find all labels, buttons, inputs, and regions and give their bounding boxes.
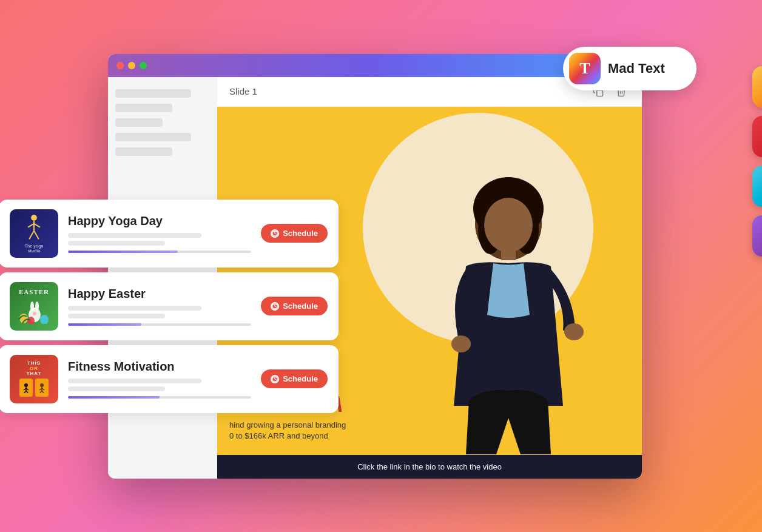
sidebar-item bbox=[115, 89, 191, 98]
svg-point-32 bbox=[40, 315, 49, 324]
mountain-app-icon[interactable] bbox=[752, 66, 762, 107]
svg-point-27 bbox=[30, 301, 34, 311]
svg-point-5 bbox=[484, 198, 533, 252]
font-app-icon[interactable]: ℱ bbox=[752, 116, 762, 157]
paint-app-icon[interactable] bbox=[752, 166, 762, 207]
schedule-card-easter: Easter bbox=[0, 272, 339, 340]
easter-schedule-button[interactable]: Schedule bbox=[261, 297, 328, 315]
yoga-progress-bar bbox=[68, 251, 251, 253]
schedule-card-yoga: The yogastudio Happy Yoga Day bbox=[0, 200, 339, 268]
fitness-card-lines bbox=[68, 379, 251, 391]
post-description-line1: hind growing a personal branding 0 to $1… bbox=[229, 420, 630, 442]
svg-line-22 bbox=[34, 231, 39, 239]
svg-point-7 bbox=[564, 323, 584, 340]
svg-point-8 bbox=[451, 335, 471, 352]
easter-progress-bar bbox=[68, 323, 251, 326]
yoga-card-info: Happy Yoga Day bbox=[68, 214, 251, 253]
svg-line-19 bbox=[28, 223, 34, 227]
slide-title: Slide 1 bbox=[229, 86, 257, 96]
clock-icon bbox=[271, 229, 279, 238]
fitness-schedule-button[interactable]: Schedule bbox=[261, 369, 328, 388]
yoga-card-lines bbox=[68, 233, 251, 246]
fitness-thumbnail: THISORTHAT bbox=[10, 355, 58, 403]
mad-text-icon-letter: T bbox=[579, 59, 590, 78]
app-sidebar: ℱ bbox=[752, 66, 762, 257]
maximize-dot[interactable] bbox=[140, 62, 147, 69]
svg-point-17 bbox=[31, 214, 37, 220]
yoga-progress-fill bbox=[68, 251, 178, 253]
mad-text-label: Mad Text bbox=[608, 61, 665, 76]
svg-line-21 bbox=[29, 231, 34, 239]
photo-app-icon[interactable] bbox=[752, 215, 762, 257]
browser-titlebar bbox=[108, 54, 642, 77]
fitness-line-1 bbox=[68, 379, 201, 383]
sidebar-item bbox=[115, 147, 172, 156]
clock-icon bbox=[271, 375, 279, 383]
svg-line-20 bbox=[34, 223, 40, 227]
svg-point-36 bbox=[24, 383, 28, 387]
svg-line-50 bbox=[275, 379, 276, 380]
easter-progress-fill bbox=[68, 323, 141, 326]
sidebar-item bbox=[115, 118, 163, 127]
yoga-line-2 bbox=[68, 241, 165, 246]
schedule-card-fitness: THISORTHAT bbox=[0, 345, 339, 413]
easter-card-info: Happy Easter bbox=[68, 287, 251, 326]
sidebar-item bbox=[115, 133, 191, 141]
close-dot[interactable] bbox=[116, 62, 124, 69]
easter-line-1 bbox=[68, 306, 201, 311]
svg-line-35 bbox=[275, 306, 276, 307]
fitness-progress-bar bbox=[68, 396, 251, 399]
outer-wrapper: Slide 1 bbox=[47, 30, 715, 503]
yoga-line-1 bbox=[68, 233, 201, 238]
schedule-panel: The yogastudio Happy Yoga Day bbox=[0, 200, 339, 413]
minimize-dot[interactable] bbox=[128, 62, 135, 69]
mad-text-icon: T bbox=[569, 53, 601, 84]
easter-card-title: Happy Easter bbox=[68, 287, 251, 301]
yoga-schedule-button[interactable]: Schedule bbox=[261, 224, 328, 243]
svg-point-29 bbox=[33, 312, 36, 315]
mad-text-badge[interactable]: T Mad Text bbox=[563, 47, 696, 90]
easter-thumbnail: Easter bbox=[10, 282, 58, 331]
easter-line-2 bbox=[68, 314, 165, 318]
svg-line-25 bbox=[275, 234, 276, 234]
svg-line-47 bbox=[42, 391, 44, 393]
sidebar-item bbox=[115, 104, 172, 112]
post-cta-bar: Click the link in the bio to watch the v… bbox=[217, 455, 642, 479]
svg-point-28 bbox=[35, 301, 39, 311]
yoga-thumbnail: The yogastudio bbox=[10, 209, 58, 258]
clock-icon bbox=[271, 302, 279, 311]
fitness-line-2 bbox=[68, 386, 165, 391]
fitness-card-title: Fitness Motivation bbox=[68, 360, 251, 374]
svg-rect-0 bbox=[597, 90, 603, 96]
fitness-progress-fill bbox=[68, 396, 160, 399]
svg-rect-6 bbox=[501, 248, 516, 260]
fitness-card-info: Fitness Motivation bbox=[68, 360, 251, 399]
yoga-card-title: Happy Yoga Day bbox=[68, 214, 251, 228]
svg-point-42 bbox=[40, 383, 44, 387]
easter-card-lines bbox=[68, 306, 251, 318]
svg-line-41 bbox=[26, 391, 28, 393]
